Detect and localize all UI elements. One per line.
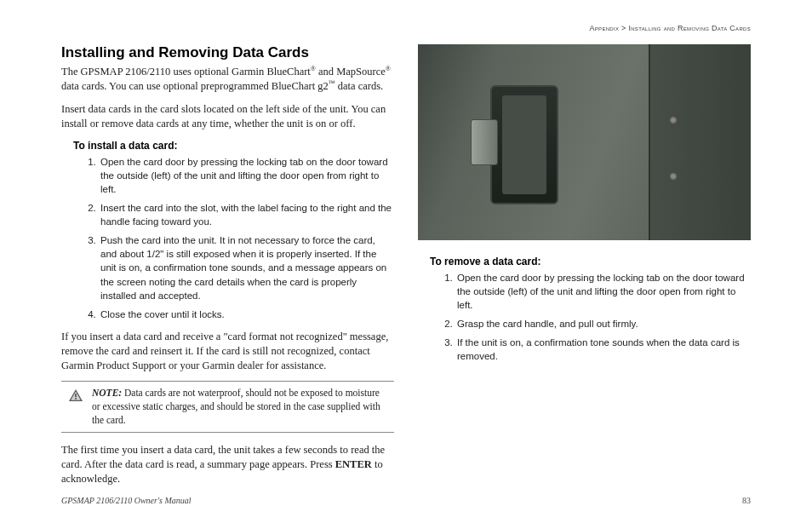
left-column: Installing and Removing Data Cards The G…	[61, 44, 394, 495]
right-column: To remove a data card: Open the card doo…	[418, 44, 751, 495]
page-title: Installing and Removing Data Cards	[61, 44, 394, 61]
note-box: NOTE: Data cards are not waterproof, sho…	[61, 381, 394, 433]
list-item: Close the cover until it locks.	[99, 308, 394, 321]
device-photo	[418, 44, 751, 240]
note-text: NOTE: Data cards are not waterproof, sho…	[92, 387, 387, 427]
page-number: 83	[742, 496, 751, 505]
breadcrumb-page: Installing and Removing Data Cards	[628, 24, 751, 32]
list-item: Grasp the card handle, and pull out firm…	[455, 317, 751, 331]
intro-paragraph-2: Insert data cards in the card slots loca…	[61, 102, 394, 131]
content-columns: Installing and Removing Data Cards The G…	[61, 44, 751, 495]
list-item: Push the card into the unit. It in not n…	[99, 233, 394, 302]
remove-steps: Open the card door by pressing the locki…	[455, 271, 751, 364]
svg-rect-2	[75, 394, 77, 398]
first-time-paragraph: The first time you insert a data card, t…	[61, 443, 394, 486]
list-item: Open the card door by pressing the locki…	[99, 155, 394, 196]
remove-heading: To remove a data card:	[430, 256, 751, 267]
intro-paragraph-1: The GPSMAP 2106/2110 uses optional Garmi…	[61, 65, 394, 94]
list-item: Insert the card into the slot, with the …	[99, 201, 394, 228]
list-item: Open the card door by pressing the locki…	[455, 271, 751, 312]
error-paragraph: If you insert a data card and receive a …	[61, 330, 394, 373]
breadcrumb: Appendix > Installing and Removing Data …	[61, 24, 751, 32]
breadcrumb-section: Appendix	[590, 24, 620, 32]
page-footer: GPSMAP 2106/2110 Owner's Manual 83	[61, 496, 751, 505]
warning-icon	[68, 388, 83, 402]
install-heading: To install a data card:	[73, 140, 394, 152]
install-steps: Open the card door by pressing the locki…	[99, 155, 394, 321]
footer-manual-title: GPSMAP 2106/2110 Owner's Manual	[61, 496, 192, 505]
svg-rect-3	[75, 399, 77, 400]
list-item: If the unit is on, a confirmation tone s…	[455, 336, 751, 363]
